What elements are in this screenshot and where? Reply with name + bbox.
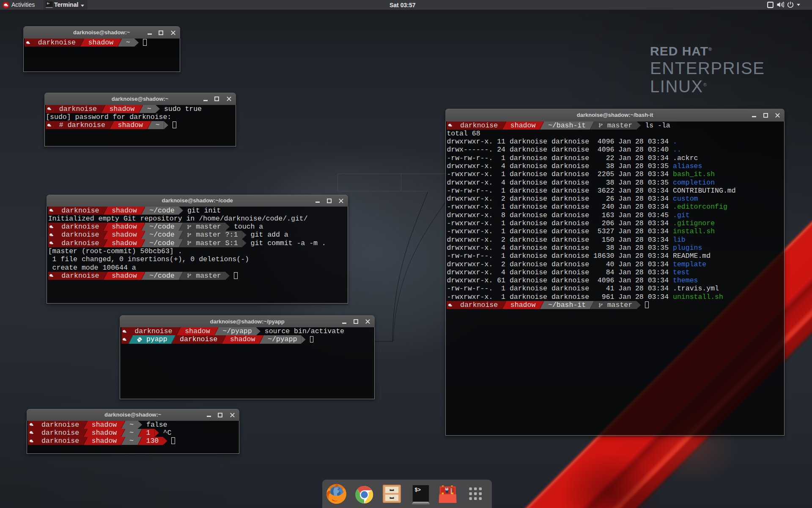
svg-text:$>: $> [47, 3, 49, 5]
svg-text:$>: $> [415, 487, 421, 493]
